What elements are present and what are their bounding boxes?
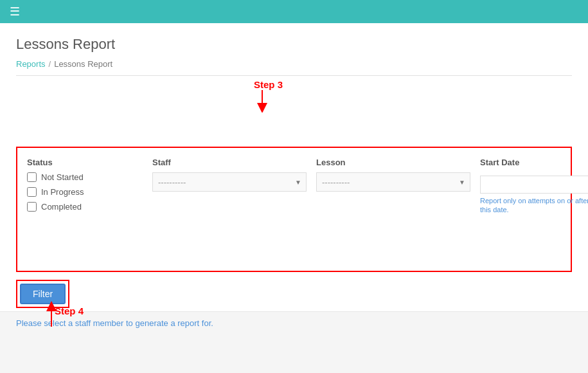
hamburger-icon[interactable]: ☰ xyxy=(10,5,20,19)
checkbox-in-progress-input[interactable] xyxy=(27,187,37,197)
status-column: Status Not Started In Progress Completed xyxy=(27,158,143,212)
checkbox-completed-label: Completed xyxy=(41,202,82,212)
step3-arrow xyxy=(251,90,276,113)
lesson-column: Lesson ---------- ▼ xyxy=(316,158,470,192)
filter-button-area: Filter Step 4 xyxy=(0,272,588,311)
step4-label: Step 4 xyxy=(55,305,84,316)
filter-section: Status Not Started In Progress Completed xyxy=(16,147,572,272)
lesson-dropdown-wrapper: ---------- ▼ xyxy=(316,172,470,192)
start-date-input[interactable] xyxy=(480,176,588,194)
status-label: Status xyxy=(27,158,143,167)
page-title: Lessons Report xyxy=(16,36,572,53)
combined-area: Step 3 Status Not Started xyxy=(0,76,588,311)
info-message-area: Please select a staff member to generate… xyxy=(0,311,588,334)
checkbox-not-started-input[interactable] xyxy=(27,172,37,182)
checkbox-not-started-label: Not Started xyxy=(41,172,84,182)
start-date-column: Start Date Report only on attempts on or… xyxy=(480,158,588,215)
page-body-rest xyxy=(0,334,588,373)
staff-dropdown[interactable]: ---------- xyxy=(152,172,307,192)
checkbox-in-progress-label: In Progress xyxy=(41,187,84,197)
checkbox-in-progress[interactable]: In Progress xyxy=(27,187,143,197)
breadcrumb-separator: / xyxy=(49,59,51,69)
checkbox-group: Not Started In Progress Completed xyxy=(27,172,143,212)
checkbox-completed[interactable]: Completed xyxy=(27,202,143,212)
step3-label: Step 3 xyxy=(254,79,283,90)
lesson-label: Lesson xyxy=(316,158,470,167)
lesson-dropdown[interactable]: ---------- xyxy=(316,172,470,192)
staff-column: Staff ---------- ▼ xyxy=(152,158,307,192)
breadcrumb-reports-link[interactable]: Reports xyxy=(16,59,46,69)
start-date-hint: Report only on attempts on or after this… xyxy=(480,196,588,215)
start-date-label: Start Date xyxy=(480,158,588,167)
step3-annotation-area: Step 3 xyxy=(0,76,588,114)
staff-label: Staff xyxy=(152,158,307,167)
checkbox-not-started[interactable]: Not Started xyxy=(27,172,143,182)
filter-grid: Status Not Started In Progress Completed xyxy=(27,158,561,261)
breadcrumb: Reports / Lessons Report xyxy=(16,59,572,76)
checkbox-completed-input[interactable] xyxy=(27,202,37,212)
main-content: Lessons Report Reports / Lessons Report xyxy=(0,23,588,76)
staff-dropdown-wrapper: ---------- ▼ xyxy=(152,172,307,192)
breadcrumb-current: Lessons Report xyxy=(54,59,112,69)
top-navigation: ☰ xyxy=(0,0,588,23)
